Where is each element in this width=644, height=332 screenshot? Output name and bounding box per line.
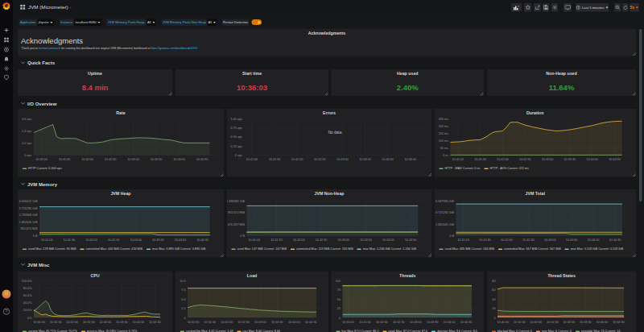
svg-text:2.793968 GiB: 2.793968 GiB [19, 214, 38, 217]
svg-text:10:41:00: 10:41:00 [188, 321, 200, 324]
svg-text:953.674 MiB: 953.674 MiB [228, 211, 246, 214]
svg-text:60: 60 [492, 288, 495, 292]
svg-text:10:43:30: 10:43:30 [151, 158, 163, 161]
svg-text:0.50 ops: 0.50 ops [231, 135, 243, 139]
svg-text:10:41:30: 10:41:30 [474, 158, 486, 161]
svg-text:0 ops: 0 ops [24, 154, 31, 157]
svg-text:0.25 ops: 0.25 ops [231, 145, 243, 148]
svg-text:10:43:30: 10:43:30 [152, 239, 164, 242]
svg-text:10:41:00: 10:41:00 [35, 158, 47, 161]
svg-text:10:44:00: 10:44:00 [173, 158, 185, 161]
svg-text:200 ms: 200 ms [439, 125, 448, 128]
svg-text:10:44:30: 10:44:30 [196, 239, 208, 242]
svg-text:10:41:30: 10:41:30 [204, 321, 217, 324]
svg-text:10:43:00: 10:43:00 [127, 158, 139, 161]
svg-text:10:41:00: 10:41:00 [248, 239, 260, 242]
svg-text:4.656613 GiB: 4.656613 GiB [19, 200, 38, 203]
svg-text:10:44:00: 10:44:00 [175, 239, 187, 242]
svg-text:10:43:30: 10:43:30 [566, 239, 578, 242]
svg-text:10:42:30: 10:42:30 [547, 321, 559, 324]
svg-text:10:43:00: 10:43:00 [410, 321, 422, 324]
svg-text:10:42:30: 10:42:30 [314, 158, 326, 161]
svg-text:10:43:30: 10:43:30 [427, 321, 439, 324]
svg-text:10:43:00: 10:43:00 [336, 158, 349, 161]
svg-text:50 ms: 50 ms [440, 147, 448, 150]
svg-text:1.396984 GiB: 1.396984 GiB [227, 200, 246, 203]
svg-text:10:43:30: 10:43:30 [564, 158, 576, 161]
svg-text:10:42:30: 10:42:30 [83, 321, 95, 324]
svg-text:10:44:30: 10:44:30 [609, 158, 621, 161]
svg-text:1.00 ops: 1.00 ops [231, 118, 243, 121]
svg-text:3.725290 GiB: 3.725290 GiB [19, 207, 38, 210]
svg-text:40.0%: 40.0% [23, 301, 32, 305]
svg-text:10:43:00: 10:43:00 [254, 321, 266, 324]
svg-text:0: 0 [339, 317, 341, 320]
svg-text:60.0%: 60.0% [23, 294, 32, 297]
svg-text:10:43:30: 10:43:30 [116, 321, 128, 324]
svg-text:2.5: 2.5 [181, 307, 185, 310]
svg-text:0.4 ops: 0.4 ops [22, 130, 31, 133]
svg-text:10:42:00: 10:42:00 [221, 321, 233, 324]
svg-text:0.2 ops: 0.2 ops [22, 142, 31, 145]
svg-text:25: 25 [337, 307, 341, 310]
svg-text:1.862645 GiB: 1.862645 GiB [19, 221, 38, 224]
svg-text:10:44:30: 10:44:30 [196, 158, 208, 161]
svg-text:1.862645 GiB: 1.862645 GiB [436, 223, 454, 226]
svg-text:10:44:00: 10:44:00 [133, 321, 145, 324]
svg-text:10:44:30: 10:44:30 [613, 321, 625, 324]
svg-text:0: 0 [184, 317, 185, 320]
svg-text:10:42:30: 10:42:30 [393, 321, 405, 324]
svg-text:10:44:00: 10:44:00 [586, 158, 598, 161]
svg-text:10:43:30: 10:43:30 [271, 321, 283, 324]
svg-text:10:41:30: 10:41:30 [514, 321, 526, 324]
svg-text:10:41:00: 10:41:00 [452, 158, 464, 161]
svg-text:10:41:00: 10:41:00 [342, 321, 354, 324]
svg-text:10:43:30: 10:43:30 [360, 239, 372, 242]
svg-text:10:42:30: 10:42:30 [522, 239, 535, 242]
svg-text:10:43:00: 10:43:00 [130, 239, 142, 242]
svg-text:0.6 ops: 0.6 ops [22, 118, 31, 121]
svg-text:10:41:30: 10:41:30 [59, 158, 71, 161]
svg-text:10:44:30: 10:44:30 [460, 321, 473, 324]
svg-text:10:41:00: 10:41:00 [497, 321, 510, 324]
svg-text:10:44:00: 10:44:00 [444, 321, 456, 324]
svg-text:50: 50 [337, 298, 341, 301]
svg-text:10:44:00: 10:44:00 [597, 321, 609, 324]
svg-text:10:44:30: 10:44:30 [609, 239, 621, 242]
svg-text:100: 100 [336, 280, 341, 283]
svg-text:3.725290 GiB: 3.725290 GiB [436, 211, 454, 214]
svg-text:10:42:00: 10:42:00 [530, 321, 543, 324]
svg-text:10:44:00: 10:44:00 [382, 158, 394, 161]
svg-text:10:41:30: 10:41:30 [270, 239, 283, 242]
svg-text:5.587935 GiB: 5.587935 GiB [436, 200, 454, 203]
svg-text:10:41:30: 10:41:30 [50, 321, 62, 324]
svg-text:10:42:00: 10:42:00 [81, 158, 93, 161]
svg-text:100.0%: 100.0% [22, 280, 32, 283]
svg-text:10:41:00: 10:41:00 [34, 321, 46, 324]
svg-text:10:41:00: 10:41:00 [246, 158, 258, 161]
svg-text:80.0%: 80.0% [23, 287, 32, 290]
svg-text:10:43:00: 10:43:00 [542, 158, 554, 161]
svg-text:10:42:00: 10:42:00 [293, 239, 305, 242]
svg-text:10:44:30: 10:44:30 [305, 321, 317, 324]
svg-text:10:42:00: 10:42:00 [501, 239, 513, 242]
svg-text:10:44:30: 10:44:30 [149, 321, 161, 324]
svg-text:No data: No data [328, 131, 342, 135]
svg-text:10.0: 10.0 [180, 280, 185, 283]
svg-text:150 ms: 150 ms [439, 132, 448, 135]
svg-text:10:44:30: 10:44:30 [404, 158, 416, 161]
svg-text:10:43:30: 10:43:30 [580, 321, 592, 324]
svg-text:10:41:30: 10:41:30 [269, 158, 281, 161]
svg-text:20.0%: 20.0% [23, 309, 32, 312]
svg-text:476.837 MiB: 476.837 MiB [228, 223, 246, 226]
svg-text:10:43:00: 10:43:00 [544, 239, 556, 242]
svg-text:10:44:00: 10:44:00 [288, 321, 300, 324]
svg-text:75: 75 [337, 288, 341, 292]
svg-text:0.75 ops: 0.75 ops [231, 127, 243, 130]
svg-text:10:43:00: 10:43:00 [564, 321, 576, 324]
svg-text:40: 40 [492, 298, 495, 301]
svg-text:10:42:00: 10:42:00 [85, 239, 97, 242]
svg-text:10:42:00: 10:42:00 [67, 321, 79, 324]
svg-text:0 B: 0 B [449, 234, 454, 238]
svg-text:250 ms: 250 ms [439, 118, 448, 121]
